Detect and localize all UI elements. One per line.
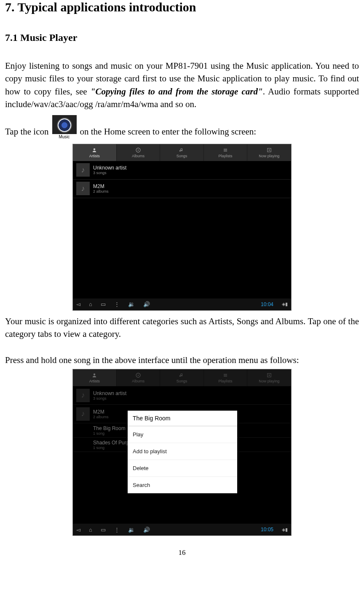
clock-text: 10:05	[261, 527, 273, 532]
svg-point-2	[138, 149, 139, 151]
svg-rect-4	[224, 150, 227, 150]
disc-icon	[135, 372, 141, 378]
album-art-placeholder: ♪	[76, 163, 90, 177]
home-icon[interactable]: ⌂	[89, 301, 92, 307]
tab-label: Playlists	[219, 379, 233, 383]
album-name: The Big Room	[93, 425, 126, 431]
list-icon	[222, 147, 228, 153]
play-square-icon	[266, 147, 272, 153]
context-menu-title: The Big Room	[128, 411, 237, 426]
tab-songs[interactable]: Songs	[160, 144, 204, 161]
svg-rect-11	[224, 375, 227, 376]
page-number: 16	[5, 549, 359, 557]
tab-label: Songs	[177, 154, 187, 158]
disc-icon	[135, 147, 141, 153]
tab-label: Artists	[89, 379, 100, 383]
tab-albums[interactable]: Albums	[117, 369, 161, 386]
vol-up-icon[interactable]: 🔊	[143, 301, 150, 307]
system-navbar: ◅ ⌂ ▭ ⋮ 🔉 🔊 10:04 ◈▮	[73, 298, 291, 310]
recent-icon[interactable]: ▭	[101, 527, 106, 533]
home-icon[interactable]: ⌂	[89, 527, 92, 533]
person-icon	[91, 147, 97, 153]
tab-label: Now playing	[259, 379, 279, 383]
artist-name: M2M	[93, 183, 109, 189]
list-item[interactable]: ♪ Unknown artist 3 songs	[73, 386, 291, 405]
tap-text-after: on the Home screen to enter the followin…	[80, 126, 257, 140]
album-sub: 1 song	[93, 431, 126, 436]
tab-label: Playlists	[219, 154, 233, 158]
artist-list: ♪ Unknown artist 3 songs ♪ M2M 2 albums	[73, 161, 291, 298]
tab-songs[interactable]: Songs	[160, 369, 204, 386]
artist-name: Unknown artist	[93, 390, 126, 396]
album-sub: 1 song	[93, 446, 133, 450]
list-item[interactable]: ♪ M2M 2 albums	[73, 180, 291, 198]
tab-now-playing[interactable]: Now playing	[247, 369, 291, 386]
context-menu: The Big Room Play Add to playlist Delete…	[128, 411, 237, 493]
back-icon[interactable]: ◅	[76, 301, 80, 307]
list-item[interactable]: ♪ Unknown artist 3 songs	[73, 161, 291, 180]
wifi-icon: ◈▮	[282, 527, 288, 532]
artist-sub: 3 songs	[93, 396, 126, 401]
music-icon-label: Music	[52, 134, 77, 140]
screenshot-context-menu: Artists Albums Songs Playlists Now playi…	[72, 369, 292, 536]
tab-label: Albums	[132, 154, 145, 158]
vol-down-icon[interactable]: 🔉	[128, 527, 135, 533]
tab-label: Now playing	[259, 154, 279, 158]
album-art-placeholder: ♪	[76, 407, 90, 421]
menu-item-delete[interactable]: Delete	[128, 460, 237, 477]
svg-rect-5	[224, 151, 227, 151]
tab-albums[interactable]: Albums	[117, 144, 161, 161]
menu-icon[interactable]: ⋮	[114, 527, 120, 533]
screenshot-music-artists: Artists Albums Songs Playlists Now playi…	[72, 144, 292, 311]
album-name: Shades Of Purple	[93, 440, 133, 446]
tab-label: Albums	[132, 379, 145, 383]
clock-text: 10:04	[261, 301, 273, 307]
artist-name: Unknown artist	[93, 165, 126, 171]
note-icon	[179, 372, 185, 378]
svg-point-0	[94, 148, 95, 150]
tab-label: Songs	[177, 379, 187, 383]
svg-point-7	[94, 374, 95, 375]
list-icon	[222, 372, 228, 378]
menu-item-play[interactable]: Play	[128, 426, 237, 443]
menu-item-search[interactable]: Search	[128, 477, 237, 493]
speaker-icon	[57, 118, 72, 133]
svg-rect-12	[224, 376, 227, 376]
section-heading: 7. Typical applications introduction	[5, 0, 359, 14]
music-tabs: Artists Albums Songs Playlists Now playi…	[73, 369, 291, 386]
tab-playlists[interactable]: Playlists	[204, 144, 248, 161]
tab-now-playing[interactable]: Now playing	[247, 144, 291, 161]
note-icon	[179, 147, 185, 153]
tap-text-before: Tap the icon	[5, 126, 49, 140]
system-navbar: ◅ ⌂ ▭ ⋮ 🔉 🔊 10:05 ◈▮	[73, 524, 291, 535]
intro-paragraph: Enjoy listening to songs and music on yo…	[5, 59, 359, 111]
tab-label: Artists	[89, 154, 100, 158]
tab-playlists[interactable]: Playlists	[204, 369, 248, 386]
album-art-placeholder: ♪	[76, 182, 90, 195]
tab-artists[interactable]: Artists	[73, 144, 117, 161]
tab-artists[interactable]: Artists	[73, 369, 117, 386]
subsection-heading: 7.1 Music Player	[5, 32, 359, 43]
vol-down-icon[interactable]: 🔉	[128, 301, 135, 307]
svg-rect-10	[224, 374, 227, 374]
artist-name: M2M	[93, 409, 109, 415]
person-icon	[91, 372, 97, 378]
svg-rect-3	[224, 149, 227, 149]
intro-emphasis: "Copying files to and from the storage c…	[91, 86, 263, 97]
play-square-icon	[266, 372, 272, 378]
wifi-icon: ◈▮	[282, 301, 288, 307]
menu-item-add-playlist[interactable]: Add to playlist	[128, 443, 237, 460]
music-tabs: Artists Albums Songs Playlists Now playi…	[73, 144, 291, 161]
artist-sub: 2 albums	[93, 415, 109, 419]
menu-icon[interactable]: ⋮	[114, 301, 120, 307]
recent-icon[interactable]: ▭	[101, 301, 106, 307]
music-app-icon: Music	[52, 115, 77, 140]
categories-paragraph: Your music is organized into different c…	[5, 315, 359, 341]
longpress-paragraph: Press and hold one song in the above int…	[5, 354, 359, 366]
vol-up-icon[interactable]: 🔊	[143, 527, 150, 533]
artist-sub: 2 albums	[93, 189, 109, 194]
back-icon[interactable]: ◅	[76, 527, 80, 533]
svg-point-9	[138, 375, 139, 376]
artist-sub: 3 songs	[93, 171, 126, 175]
album-art-placeholder: ♪	[76, 389, 90, 402]
